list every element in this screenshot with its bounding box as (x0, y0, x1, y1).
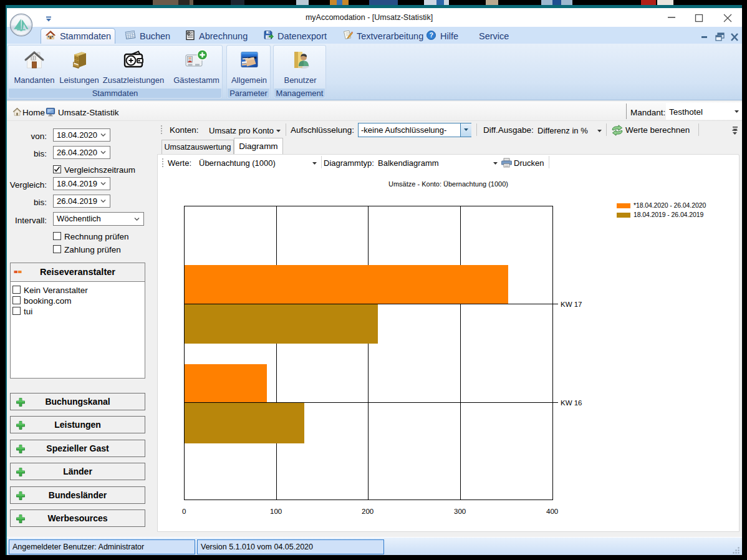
svg-text:300: 300 (454, 508, 466, 515)
svg-text:KW 16: KW 16 (561, 399, 582, 407)
svg-text:KW 17: KW 17 (561, 301, 582, 308)
svg-text:400: 400 (546, 508, 558, 515)
svg-text:0: 0 (182, 508, 186, 515)
svg-text:100: 100 (270, 508, 282, 515)
svg-text:?: ? (430, 31, 433, 39)
svg-text:200: 200 (362, 508, 373, 515)
